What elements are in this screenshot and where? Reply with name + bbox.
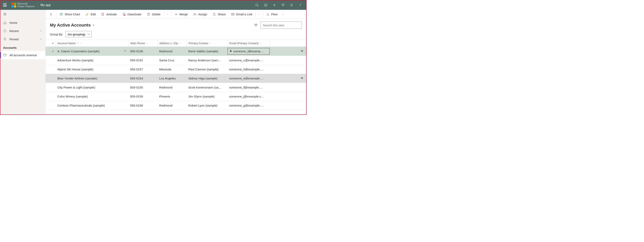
column-label: Account Name	[58, 42, 76, 45]
column-account-name[interactable]: Account Name	[56, 40, 128, 46]
app-name[interactable]: My app	[40, 3, 51, 7]
cell-email[interactable]: someone_f@example.…	[228, 86, 270, 89]
cell-email[interactable]: someone_c@example.…	[228, 58, 270, 62]
grid-header: Account Name Main Phone Address 1: City …	[46, 40, 306, 47]
search-icon[interactable]	[253, 0, 261, 10]
sidebar-item-home[interactable]: Home	[0, 18, 46, 27]
cell-primary-contact[interactable]: Robert Lyon (sample)	[187, 104, 228, 107]
column-primary-contact[interactable]: Primary Contact	[187, 40, 228, 46]
task-icon[interactable]	[261, 0, 270, 10]
cmd-label: Email a Link	[236, 12, 252, 16]
settings-icon[interactable]	[287, 0, 296, 10]
filter-icon[interactable]	[279, 0, 287, 10]
search-input[interactable]	[260, 22, 302, 29]
chevron-down-icon	[179, 42, 181, 44]
flow-split-button[interactable]	[280, 13, 286, 16]
column-main-phone[interactable]: Main Phone	[128, 40, 158, 46]
open-record-arrow-icon[interactable]	[300, 49, 304, 54]
cell-account-name[interactable]: A. Datum Corporation (sample)*	[56, 50, 128, 53]
divider	[263, 12, 263, 17]
cell-primary-contact[interactable]: Sidney Higa (sample)	[187, 77, 228, 80]
view-selector[interactable]: My Active Accounts	[50, 22, 95, 28]
cell-city[interactable]: Redmond	[158, 50, 187, 53]
activate-button[interactable]: Activate	[98, 10, 120, 19]
column-city[interactable]: Address 1: City	[158, 40, 187, 46]
cell-actions	[270, 76, 306, 80]
cell-primary-contact[interactable]: Rene Valdes (sample)	[187, 50, 228, 53]
cell-email[interactable]: someone_i@examp…	[228, 48, 270, 55]
cell-main-phone[interactable]: 555-0156	[128, 104, 158, 107]
flow-button[interactable]: Flow	[263, 10, 280, 19]
edit-button[interactable]: Edit	[83, 10, 98, 19]
grid-body[interactable]: A. Datum Corporation (sample)*555-0158Re…	[46, 47, 306, 110]
table-row[interactable]: A. Datum Corporation (sample)*555-0158Re…	[46, 47, 306, 56]
app-launcher-icon[interactable]	[2, 2, 8, 8]
cmd-label: Show Chart	[65, 12, 80, 16]
cell-city[interactable]: Redmond	[158, 104, 187, 107]
back-button[interactable]	[46, 12, 56, 16]
cell-account-name[interactable]: Coho Winery (sample)	[56, 95, 128, 98]
table-row[interactable]: Coho Winery (sample)555-0159PhoenixJim G…	[46, 92, 306, 101]
add-icon[interactable]	[270, 0, 279, 10]
table-row[interactable]: Adventure Works (sample)555-0152Santa Cr…	[46, 56, 306, 65]
delete-split-button[interactable]	[164, 13, 170, 16]
cell-account-name[interactable]: Adventure Works (sample)	[56, 58, 128, 62]
cell-account-name[interactable]: Alpine Ski House (sample)	[56, 68, 128, 71]
chevron-down-icon	[209, 42, 211, 44]
cell-main-phone[interactable]: 555-0157	[128, 68, 158, 71]
sidebar-toggle[interactable]	[0, 10, 46, 18]
select-all-checkbox[interactable]	[50, 42, 56, 45]
merge-button[interactable]: Merge	[172, 10, 191, 19]
svg-rect-14	[102, 13, 104, 15]
assign-button[interactable]: Assign	[190, 10, 210, 19]
cmd-label: Edit	[90, 12, 96, 16]
cell-primary-contact[interactable]: Jim Glynn (sample)	[187, 95, 228, 98]
column-label: Address 1: City	[160, 42, 178, 45]
cell-city[interactable]: Santa Cruz	[158, 58, 187, 62]
share-button[interactable]: Share	[210, 10, 228, 19]
column-email[interactable]: Email (Primary Contact)	[228, 40, 270, 46]
sidebar-item-recent[interactable]: Recent	[0, 27, 46, 35]
cell-primary-contact[interactable]: Scott Konersmann (sa…	[187, 86, 228, 89]
cell-email[interactable]: someone_e@example.…	[228, 77, 270, 80]
sidebar-item-all-accounts-revenue[interactable]: All accounts revenue	[0, 51, 46, 59]
deactivate-button[interactable]: Deactivate	[120, 10, 144, 19]
open-record-arrow-icon[interactable]	[300, 76, 304, 80]
cell-city[interactable]: Redmond	[158, 86, 187, 89]
cell-email[interactable]: someone_h@example.…	[228, 68, 270, 71]
show-chart-button[interactable]: Show Chart	[57, 10, 83, 19]
row-checkbox[interactable]	[50, 50, 56, 53]
table-row[interactable]: City Power & Light (sample)555-0155Redmo…	[46, 83, 306, 92]
table-row[interactable]: Blue Yonder Airlines (sample)555-0154Los…	[46, 74, 306, 83]
cell-main-phone[interactable]: 555-0159	[128, 95, 158, 98]
cell-primary-contact[interactable]: Paul Cannon (sample)	[187, 68, 228, 71]
chevron-down-icon	[80, 42, 82, 44]
email-link-button[interactable]: Email a Link	[228, 10, 255, 19]
cell-main-phone[interactable]: 555-0158	[128, 50, 158, 53]
cell-account-name[interactable]: Blue Yonder Airlines (sample)	[56, 77, 128, 80]
table-row[interactable]: Contoso Pharmaceuticals (sample)555-0156…	[46, 101, 306, 110]
cell-email[interactable]: someone_g@example.…	[228, 104, 270, 107]
table-row[interactable]: Alpine Ski House (sample)555-0157Missoul…	[46, 65, 306, 74]
home-icon	[3, 21, 7, 24]
delete-button[interactable]: Delete	[144, 10, 163, 19]
divider	[56, 12, 56, 17]
group-by-select[interactable]: (no grouping)	[66, 31, 92, 37]
cell-email[interactable]: someone_j@example.c…	[228, 95, 270, 98]
cell-primary-contact[interactable]: Nancy Anderson (sam…	[187, 58, 228, 62]
cell-main-phone[interactable]: 555-0155	[128, 86, 158, 89]
filter-button[interactable]	[252, 22, 260, 29]
email-split-button[interactable]	[256, 13, 262, 16]
cell-actions	[270, 49, 306, 54]
view-header: My Active Accounts	[46, 19, 306, 30]
cell-main-phone[interactable]: 555-0152	[128, 58, 158, 62]
help-icon[interactable]	[296, 0, 304, 10]
cell-main-phone[interactable]: 555-0154	[128, 77, 158, 80]
cell-city[interactable]: Missoula	[158, 68, 187, 71]
sidebar-item-pinned[interactable]: Pinned	[0, 35, 46, 43]
cell-city[interactable]: Los Angeles	[158, 77, 187, 80]
svg-point-5	[291, 5, 292, 6]
cell-account-name[interactable]: Contoso Pharmaceuticals (sample)	[56, 104, 128, 107]
cell-account-name[interactable]: City Power & Light (sample)	[56, 86, 128, 89]
cell-city[interactable]: Phoenix	[158, 95, 187, 98]
